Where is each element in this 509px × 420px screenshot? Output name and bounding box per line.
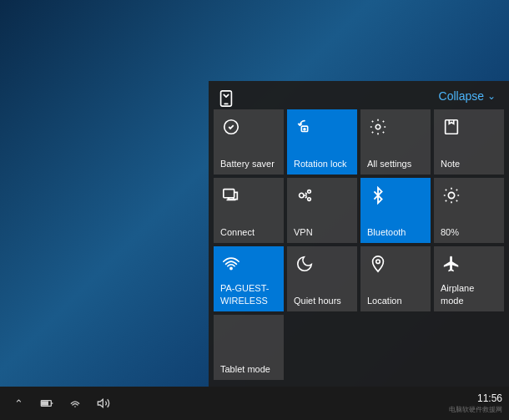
tile-bluetooth[interactable]: Bluetooth — [360, 178, 431, 243]
battery-saver-icon — [222, 118, 240, 140]
airplane-label: Airplane mode — [441, 282, 497, 306]
svg-marker-16 — [98, 399, 103, 407]
tablet-mode-label: Tablet mode — [220, 363, 270, 375]
all-settings-label: All settings — [367, 158, 411, 170]
note-icon — [442, 118, 461, 140]
svg-point-7 — [308, 190, 311, 194]
airplane-icon — [442, 255, 461, 277]
tile-tablet-mode[interactable]: Tablet mode — [214, 315, 284, 380]
tile-brightness[interactable]: 80% — [434, 178, 504, 243]
svg-point-9 — [448, 192, 454, 198]
wifi-icon — [222, 255, 240, 277]
wifi-label: PA-GUEST-WIRELESS — [220, 282, 277, 306]
watermark-text: 电脑软硬件救援网 — [449, 406, 502, 414]
tile-location[interactable]: Location — [360, 246, 431, 311]
taskbar-battery-icon — [35, 392, 58, 415]
taskbar-left: ⌃ — [0, 392, 449, 415]
taskbar-volume-icon — [92, 392, 115, 415]
rotation-lock-icon — [295, 118, 314, 140]
quiet-hours-label: Quiet hours — [294, 295, 341, 306]
tile-rotation-lock[interactable]: Rotation lock — [287, 109, 357, 175]
battery-saver-label: Battery saver — [220, 158, 275, 170]
tile-wifi[interactable]: PA-GUEST-WIRELESS — [214, 246, 284, 311]
tiles-row-1: Battery saver Rotation lock All sett — [209, 109, 509, 311]
svg-rect-5 — [224, 190, 234, 198]
location-label: Location — [367, 295, 402, 306]
tablet-mode-icon — [217, 89, 235, 112]
note-label: Note — [441, 158, 460, 170]
tiles-row-4: Tablet mode — [209, 311, 509, 380]
collapse-label: Collapse — [439, 89, 484, 103]
bluetooth-label: Bluetooth — [367, 226, 406, 238]
taskbar-time: 11:56 电脑软硬件救援网 — [449, 392, 502, 414]
brightness-label: 80% — [441, 226, 459, 238]
svg-rect-14 — [43, 402, 48, 405]
taskbar: ⌃ 11:56 电脑软硬件救援网 — [0, 387, 509, 420]
action-center-panel: Collapse ⌄ Battery saver Ro — [209, 81, 509, 387]
clock-time: 11:56 — [449, 392, 502, 406]
svg-point-15 — [74, 406, 76, 407]
vpn-label: VPN — [294, 226, 313, 238]
tile-battery-saver[interactable]: Battery saver — [214, 109, 284, 175]
tile-all-settings[interactable]: All settings — [360, 109, 431, 175]
svg-point-10 — [230, 267, 232, 269]
connect-label: Connect — [220, 226, 254, 238]
quiet-hours-icon — [295, 255, 314, 277]
collapse-button[interactable]: Collapse ⌄ — [209, 81, 509, 109]
bluetooth-icon — [369, 186, 387, 209]
all-settings-icon — [369, 118, 387, 140]
collapse-chevron-icon: ⌄ — [487, 90, 496, 102]
tile-connect[interactable]: Connect — [214, 178, 284, 243]
vpn-icon — [295, 186, 314, 209]
brightness-icon — [442, 186, 461, 209]
connect-icon — [222, 186, 240, 209]
tile-vpn[interactable]: VPN — [287, 178, 357, 243]
svg-point-2 — [304, 129, 305, 130]
tile-note[interactable]: Note — [434, 109, 504, 175]
tile-quiet-hours[interactable]: Quiet hours — [287, 246, 357, 311]
svg-point-3 — [375, 124, 380, 129]
chevron-up-icon[interactable]: ⌃ — [7, 392, 30, 415]
svg-point-6 — [300, 193, 305, 198]
taskbar-right: 11:56 电脑软硬件救援网 — [449, 392, 502, 414]
tile-airplane[interactable]: Airplane mode — [434, 246, 504, 311]
rotation-lock-label: Rotation lock — [294, 158, 347, 170]
taskbar-wifi-icon — [63, 392, 87, 415]
location-icon — [369, 255, 387, 277]
svg-point-8 — [308, 198, 311, 201]
svg-point-11 — [376, 260, 380, 264]
